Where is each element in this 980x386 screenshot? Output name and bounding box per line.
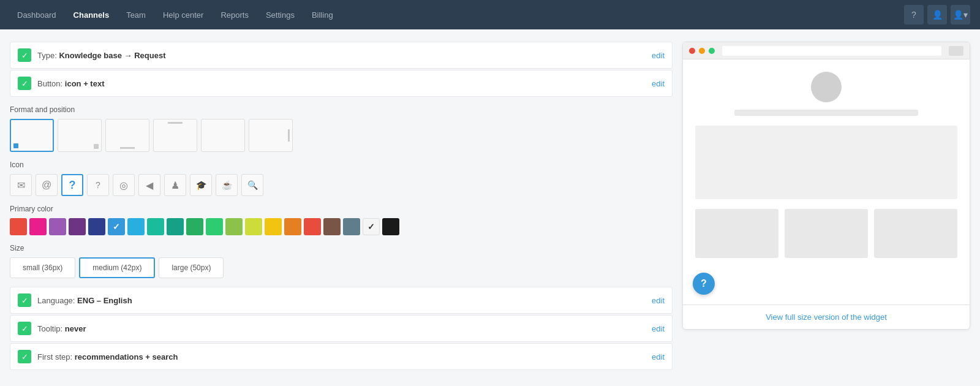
main-container: ✓ Type: Knowledge base → Request edit ✓ … (0, 29, 980, 382)
preview-card-3 (874, 209, 957, 258)
size-grid: small (36px) medium (42px) large (50px) (10, 257, 673, 278)
color-blue[interactable] (108, 218, 125, 235)
color-teal[interactable] (147, 218, 164, 235)
size-medium[interactable]: medium (42px) (79, 257, 155, 278)
primary-color-label: Primary color (10, 205, 673, 213)
icon-at[interactable]: @ (36, 174, 58, 196)
format-dot-1 (94, 144, 99, 149)
nav-settings[interactable]: Settings (258, 7, 302, 23)
size-label: Size (10, 244, 673, 252)
color-orange[interactable] (284, 218, 301, 235)
format-option-3[interactable] (153, 119, 197, 152)
navbar: Dashboard Channels Team Help center Repo… (0, 0, 980, 29)
format-option-1[interactable] (58, 119, 102, 152)
preview-window: ? View full size version of the widget (682, 42, 970, 330)
firststep-label: First step: recommendations + search (37, 352, 646, 361)
preview-card-1 (695, 209, 778, 258)
preview-titlebar (683, 42, 970, 59)
color-black[interactable] (382, 218, 399, 235)
color-darkteal[interactable] (167, 218, 184, 235)
size-small[interactable]: small (36px) (10, 257, 75, 278)
format-dot-3 (168, 122, 183, 124)
nav-billing[interactable]: Billing (304, 7, 341, 23)
preview-avatar (811, 72, 842, 102)
preview-content-block (695, 126, 957, 199)
color-purple[interactable] (49, 218, 66, 235)
size-large[interactable]: large (50px) (159, 257, 224, 278)
icon-graduation[interactable]: 🎓 (190, 174, 212, 196)
preview-content: ? (683, 59, 970, 305)
traffic-green (709, 48, 715, 54)
icon-user[interactable]: ♟ (164, 174, 186, 196)
color-green[interactable] (206, 218, 223, 235)
nav-actions: ? 👤 👤▾ (904, 5, 970, 25)
icon-question[interactable]: ? (87, 174, 109, 196)
color-darkblue[interactable] (88, 218, 105, 235)
traffic-red (689, 48, 695, 54)
nav-reports[interactable]: Reports (213, 7, 256, 23)
icon-life-ring[interactable]: ◎ (113, 174, 135, 196)
type-label: Type: Knowledge base → Request (37, 51, 646, 60)
nav-channels[interactable]: Channels (66, 7, 117, 23)
color-yellow[interactable] (265, 218, 282, 235)
button-row: ✓ Button: icon + text edit (10, 70, 673, 97)
icon-grid: ✉ @ ? ? ◎ ◀ ♟ 🎓 ☕ 🔍 (10, 174, 673, 196)
account-icon-btn[interactable]: 👤▾ (951, 5, 970, 25)
language-row: ✓ Language: ENG – English edit (10, 287, 673, 314)
icon-label: Icon (10, 161, 673, 169)
button-edit[interactable]: edit (652, 79, 665, 88)
nav-dashboard[interactable]: Dashboard (10, 7, 64, 23)
color-lightgreen[interactable] (225, 218, 243, 235)
type-row: ✓ Type: Knowledge base → Request edit (10, 42, 673, 69)
format-dot-2 (120, 147, 135, 149)
nav-team[interactable]: Team (119, 7, 153, 23)
color-grid (10, 218, 673, 235)
language-checkbox: ✓ (18, 293, 31, 307)
preview-line-1 (734, 110, 918, 116)
notifications-icon-btn[interactable]: 👤 (927, 5, 947, 25)
view-full-link[interactable]: View full size version of the widget (683, 305, 970, 329)
format-option-0[interactable] (10, 119, 54, 152)
firststep-checkbox: ✓ (18, 350, 31, 363)
firststep-row: ✓ First step: recommendations + search e… (10, 343, 673, 370)
tooltip-row: ✓ Tooltip: never edit (10, 315, 673, 342)
bottom-rows: ✓ Language: ENG – English edit ✓ Tooltip… (10, 287, 673, 370)
traffic-yellow (699, 48, 705, 54)
format-option-4[interactable] (201, 119, 245, 152)
language-label: Language: ENG – English (37, 296, 646, 305)
button-checkbox: ✓ (18, 77, 31, 90)
format-option-2[interactable] (105, 119, 149, 152)
help-icon-btn[interactable]: ? (904, 5, 924, 25)
preview-address-bar (722, 46, 941, 56)
color-brown[interactable] (323, 218, 341, 235)
nav-helpcenter[interactable]: Help center (156, 7, 211, 23)
format-grid (10, 119, 673, 152)
color-pink[interactable] (29, 218, 47, 235)
tooltip-checkbox: ✓ (18, 322, 31, 335)
icon-question-circle[interactable]: ? (61, 174, 83, 196)
format-label: Format and position (10, 105, 673, 114)
format-option-5[interactable] (249, 119, 293, 152)
language-edit[interactable]: edit (652, 296, 665, 305)
icon-coffee[interactable]: ☕ (216, 174, 238, 196)
color-darkpurple[interactable] (69, 218, 86, 235)
icon-mail[interactable]: ✉ (10, 174, 32, 196)
color-red[interactable] (10, 218, 27, 235)
type-checkbox: ✓ (18, 48, 31, 62)
left-panel: ✓ Type: Knowledge base → Request edit ✓ … (10, 42, 673, 370)
type-edit[interactable]: edit (652, 51, 665, 60)
tooltip-edit[interactable]: edit (652, 324, 665, 333)
preview-card-2 (785, 209, 868, 258)
color-lightblue[interactable] (127, 218, 145, 235)
widget-button[interactable]: ? (693, 273, 715, 295)
color-white[interactable] (363, 218, 380, 235)
color-darkorange[interactable] (304, 218, 321, 235)
color-lime[interactable] (245, 218, 262, 235)
color-darkgreen[interactable] (186, 218, 203, 235)
icon-search[interactable]: 🔍 (241, 174, 263, 196)
color-slate[interactable] (343, 218, 360, 235)
preview-cards (695, 209, 957, 258)
icon-comment[interactable]: ◀ (138, 174, 160, 196)
firststep-edit[interactable]: edit (652, 352, 665, 361)
format-dot (13, 143, 18, 148)
